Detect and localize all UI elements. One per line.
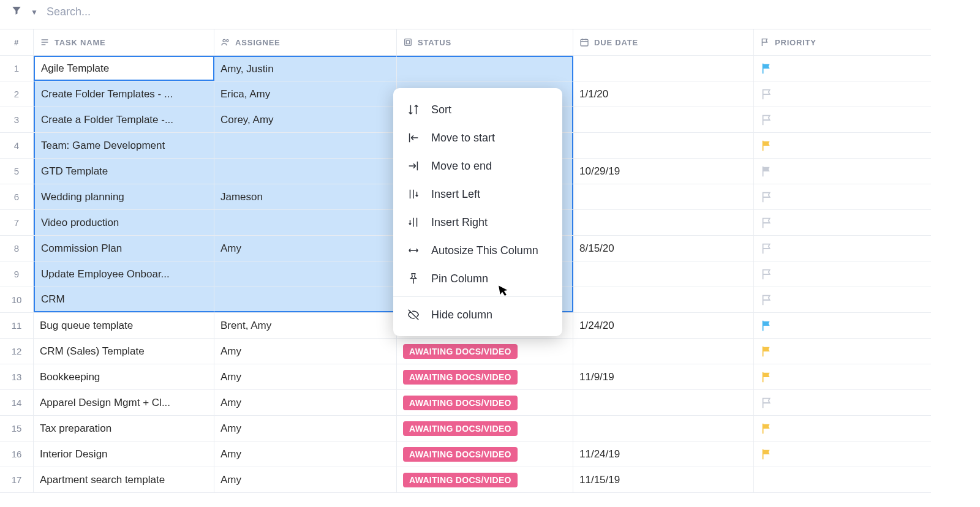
cell-assignee[interactable]: Amy, Justin	[214, 56, 397, 81]
cell-task-name[interactable]: Create a Folder Template -...	[34, 107, 214, 132]
filter-icon[interactable]	[11, 5, 22, 19]
cell-status[interactable]: AWAITING DOCS/VIDEO	[397, 416, 573, 441]
cell-priority[interactable]	[754, 364, 931, 389]
filter-dropdown-chevron-icon[interactable]: ▼	[31, 8, 38, 17]
table-row[interactable]: 17Apartment search templateAmyAWAITING D…	[0, 467, 931, 493]
menu-item-move-to-start[interactable]: Move to start	[393, 124, 562, 152]
table-row[interactable]: 14Apparel Design Mgmt + Cl...AmyAWAITING…	[0, 390, 931, 416]
cell-task-name[interactable]: Update Employee Onboar...	[34, 261, 214, 287]
cell-assignee[interactable]: Jameson	[214, 184, 397, 209]
menu-item-hide-column[interactable]: Hide column	[393, 301, 562, 329]
menu-item-pin-column[interactable]: Pin Column	[393, 265, 562, 293]
cell-priority[interactable]	[754, 107, 931, 132]
cell-priority[interactable]	[754, 287, 931, 312]
cell-priority[interactable]	[754, 467, 931, 492]
cell-task-name[interactable]: Team: Game Development	[34, 133, 214, 158]
search-input[interactable]	[47, 6, 230, 18]
menu-item-sort[interactable]: Sort	[393, 96, 562, 124]
cell-task-name[interactable]: Agile Template	[34, 56, 214, 81]
menu-item-insert-right[interactable]: Insert Right	[393, 208, 562, 236]
cell-due-date[interactable]	[573, 184, 754, 209]
cell-due-date[interactable]: 1/24/20	[573, 313, 754, 338]
cell-assignee[interactable]: Amy	[214, 236, 397, 261]
cell-priority[interactable]	[754, 184, 931, 209]
cell-due-date[interactable]: 11/24/19	[573, 441, 754, 467]
cell-priority[interactable]	[754, 159, 931, 184]
cell-priority[interactable]	[754, 81, 931, 107]
table-row[interactable]: 13BookkeepingAmyAWAITING DOCS/VIDEO11/9/…	[0, 364, 931, 390]
cell-due-date[interactable]	[573, 416, 754, 441]
cell-due-date[interactable]: 11/15/19	[573, 467, 754, 492]
table-row[interactable]: 1Agile TemplateAmy, Justin	[0, 56, 931, 81]
column-header-number[interactable]: #	[0, 29, 34, 55]
cell-assignee[interactable]	[214, 210, 397, 235]
cell-task-name[interactable]: Apartment search template	[34, 467, 214, 492]
cell-assignee[interactable]: Corey, Amy	[214, 107, 397, 132]
cell-assignee[interactable]: Amy	[214, 390, 397, 415]
cell-priority[interactable]	[754, 133, 931, 158]
cell-due-date[interactable]	[573, 390, 754, 415]
cell-assignee[interactable]	[214, 261, 397, 287]
cell-status[interactable]: AWAITING DOCS/VIDEO	[397, 467, 573, 492]
cell-due-date[interactable]	[573, 210, 754, 235]
cell-status[interactable]: AWAITING DOCS/VIDEO	[397, 339, 573, 364]
cell-status[interactable]: AWAITING DOCS/VIDEO	[397, 364, 573, 389]
cell-assignee[interactable]: Amy	[214, 441, 397, 467]
cell-priority[interactable]	[754, 236, 931, 261]
cell-task-name[interactable]: Commission Plan	[34, 236, 214, 261]
menu-item-autosize-column[interactable]: Autosize This Column	[393, 236, 562, 265]
column-header-status[interactable]: STATUS	[397, 29, 573, 55]
cell-assignee[interactable]: Erica, Amy	[214, 81, 397, 107]
cell-assignee[interactable]: Amy	[214, 339, 397, 364]
cell-due-date[interactable]	[573, 107, 754, 132]
table-row[interactable]: 12CRM (Sales) TemplateAmyAWAITING DOCS/V…	[0, 339, 931, 364]
cell-priority[interactable]	[754, 441, 931, 467]
cell-priority[interactable]	[754, 56, 931, 81]
cell-due-date[interactable]	[573, 339, 754, 364]
cell-task-name[interactable]: Interior Design	[34, 441, 214, 467]
cell-assignee[interactable]	[214, 133, 397, 158]
cell-task-name[interactable]: Tax preparation	[34, 416, 214, 441]
cell-assignee[interactable]: Amy	[214, 467, 397, 492]
cell-task-name[interactable]: Apparel Design Mgmt + Cl...	[34, 390, 214, 415]
column-header-priority[interactable]: PRIORITY	[754, 29, 931, 55]
cell-task-name[interactable]: Wedding planning	[34, 184, 214, 209]
cell-task-name[interactable]: Video production	[34, 210, 214, 235]
cell-status[interactable]: AWAITING DOCS/VIDEO	[397, 390, 573, 415]
cell-due-date[interactable]: 11/9/19	[573, 364, 754, 389]
cell-due-date[interactable]	[573, 261, 754, 287]
cell-priority[interactable]	[754, 416, 931, 441]
cell-task-name[interactable]: CRM (Sales) Template	[34, 339, 214, 364]
cell-priority[interactable]	[754, 339, 931, 364]
cell-due-date[interactable]	[573, 56, 754, 81]
column-header-due-date[interactable]: DUE DATE	[573, 29, 754, 55]
cell-task-name[interactable]: CRM	[34, 287, 214, 312]
cell-assignee[interactable]	[214, 287, 397, 312]
cell-assignee[interactable]: Amy	[214, 364, 397, 389]
cell-status[interactable]	[397, 56, 573, 81]
cell-due-date[interactable]	[573, 133, 754, 158]
cell-due-date[interactable]: 8/15/20	[573, 236, 754, 261]
cell-priority[interactable]	[754, 313, 931, 338]
column-header-assignee[interactable]: ASSIGNEE	[214, 29, 397, 55]
cell-task-name[interactable]: GTD Template	[34, 159, 214, 184]
row-number: 12	[0, 339, 34, 364]
cell-status[interactable]: AWAITING DOCS/VIDEO	[397, 441, 573, 467]
cell-task-name[interactable]: Bug queue template	[34, 313, 214, 338]
cell-assignee[interactable]: Brent, Amy	[214, 313, 397, 338]
cell-priority[interactable]	[754, 390, 931, 415]
cell-due-date[interactable]: 10/29/19	[573, 159, 754, 184]
table-row[interactable]: 16Interior DesignAmyAWAITING DOCS/VIDEO1…	[0, 441, 931, 467]
cell-due-date[interactable]	[573, 287, 754, 312]
cell-assignee[interactable]: Amy	[214, 416, 397, 441]
cell-priority[interactable]	[754, 261, 931, 287]
column-header-task-name[interactable]: TASK NAME	[34, 29, 214, 55]
cell-assignee[interactable]	[214, 159, 397, 184]
cell-priority[interactable]	[754, 210, 931, 235]
menu-item-insert-left[interactable]: Insert Left	[393, 180, 562, 208]
cell-task-name[interactable]: Bookkeeping	[34, 364, 214, 389]
table-row[interactable]: 15Tax preparationAmyAWAITING DOCS/VIDEO	[0, 416, 931, 441]
cell-due-date[interactable]: 1/1/20	[573, 81, 754, 107]
menu-item-move-to-end[interactable]: Move to end	[393, 152, 562, 180]
cell-task-name[interactable]: Create Folder Templates - ...	[34, 81, 214, 107]
